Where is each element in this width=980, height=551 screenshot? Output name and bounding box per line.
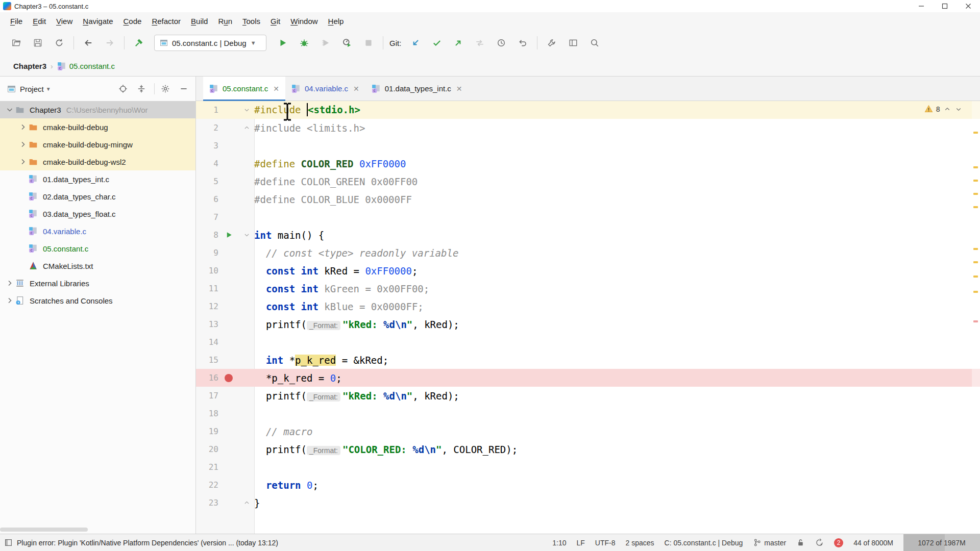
fold-marker-icon[interactable] [239, 107, 254, 113]
heap-indicator[interactable]: 44 of 8000M [853, 539, 893, 547]
line-ending[interactable]: LF [576, 539, 584, 547]
code-line-15[interactable]: 15 int *p_k_red = &kRed; [196, 351, 980, 369]
fold-marker-icon[interactable] [239, 232, 254, 238]
git-update-button[interactable] [406, 34, 425, 52]
build-button[interactable] [130, 34, 148, 52]
tree-item-cmake-build-debug-wsl2[interactable]: cmake-build-debug-wsl2 [0, 153, 195, 170]
menu-navigate[interactable]: Navigate [78, 14, 118, 28]
code-line-3[interactable]: 3 [196, 137, 980, 155]
menu-code[interactable]: Code [118, 14, 147, 28]
window-layout-button[interactable] [564, 34, 582, 52]
stripe-mark[interactable] [973, 276, 978, 278]
tab-01-data-types-int-c[interactable]: c 01.data_types_int.c ✕ [365, 77, 469, 101]
git-commit-button[interactable] [428, 34, 446, 52]
forward-button[interactable] [101, 34, 119, 52]
code-line-4[interactable]: 4#define COLOR_RED 0xFF0000 [196, 155, 980, 172]
menu-build[interactable]: Build [186, 14, 213, 28]
run-line-icon[interactable] [218, 231, 239, 239]
code-line-23[interactable]: 23} [196, 494, 980, 512]
panel-toggle-icon[interactable] [4, 538, 13, 547]
history-button[interactable] [492, 34, 510, 52]
menu-tools[interactable]: Tools [237, 14, 265, 28]
minimize-button[interactable] [910, 0, 933, 12]
code-line-12[interactable]: 12 const int kBlue = 0x0000FF; [196, 297, 980, 315]
code-line-10[interactable]: 10 const int kRed = 0xFF0000; [196, 262, 980, 280]
menu-refactor[interactable]: Refactor [146, 14, 186, 28]
code-line-1[interactable]: 1#include <stdio.h> [196, 101, 980, 119]
code-line-14[interactable]: 14 [196, 333, 980, 351]
chevron-down-icon[interactable]: ▼ [46, 86, 51, 92]
error-stripe-scrollbar[interactable] [972, 101, 980, 534]
chevron-right-icon[interactable] [4, 279, 15, 287]
stripe-mark[interactable] [973, 261, 978, 263]
code-line-21[interactable]: 21 [196, 458, 980, 476]
code-line-8[interactable]: 8int main() { [196, 226, 980, 244]
run-configuration-select[interactable]: 05.constant.c | Debug ▼ [154, 35, 266, 51]
code-line-7[interactable]: 7 [196, 208, 980, 226]
chevron-up-icon[interactable] [943, 106, 951, 112]
hide-panel-button[interactable] [176, 81, 191, 96]
menu-view[interactable]: View [51, 14, 78, 28]
breakpoint-icon[interactable] [218, 374, 239, 382]
tab-04-variable-c[interactable]: c 04.variable.c ✕ [285, 77, 365, 101]
menu-edit[interactable]: Edit [28, 14, 51, 28]
back-button[interactable] [79, 34, 97, 52]
tree-item-04-variable-c[interactable]: c04.variable.c [0, 222, 195, 240]
code-line-17[interactable]: 17 printf(_Format:"kRed: %d\n", kRed); [196, 387, 980, 405]
chevron-right-icon[interactable] [17, 123, 29, 131]
status-message[interactable]: Plugin error: Plugin 'Kotlin/Native Plat… [17, 539, 278, 547]
caret-position[interactable]: 1:10 [552, 539, 566, 547]
search-everywhere-button[interactable] [585, 34, 604, 52]
menu-help[interactable]: Help [323, 14, 349, 28]
tree-item-chapter3[interactable]: Chapter3C:\Users\bennyhuo\Wor [0, 101, 195, 118]
tree-item-cmake-build-debug[interactable]: cmake-build-debug [0, 118, 195, 136]
code-line-5[interactable]: 5#define COLOR_GREEN 0x00FF00 [196, 172, 980, 190]
code-line-22[interactable]: 22 return 0; [196, 476, 980, 494]
code-line-18[interactable]: 18 [196, 405, 980, 422]
tree-item-05-constant-c[interactable]: c05.constant.c [0, 240, 195, 257]
panel-settings-button[interactable] [158, 81, 173, 96]
menu-file[interactable]: File [5, 14, 28, 28]
menu-git[interactable]: Git [265, 14, 285, 28]
tree-item-02-data-types-char-c[interactable]: c02.data_types_char.c [0, 188, 195, 205]
fold-marker-icon[interactable] [239, 124, 254, 131]
run-button[interactable] [274, 34, 292, 52]
stripe-mark[interactable] [973, 132, 978, 134]
stripe-mark[interactable] [973, 291, 978, 293]
code-editor[interactable]: 1#include <stdio.h>2#include <limits.h>3… [196, 101, 980, 534]
code-line-20[interactable]: 20 printf(_Format:"COLOR_RED: %d\n", COL… [196, 440, 980, 458]
coverage-button[interactable] [316, 34, 335, 52]
indent-style[interactable]: 2 spaces [625, 539, 654, 547]
profiler-button[interactable] [338, 34, 356, 52]
close-icon[interactable]: ✕ [353, 85, 359, 93]
stripe-mark[interactable] [973, 193, 978, 195]
chevron-right-icon[interactable] [17, 158, 29, 166]
debug-button[interactable] [295, 34, 313, 52]
menu-window[interactable]: Window [285, 14, 323, 28]
sync-button[interactable] [50, 34, 68, 52]
stripe-mark[interactable] [973, 206, 978, 208]
tree-item-cmakelists-txt[interactable]: CMakeLists.txt [0, 257, 195, 274]
code-line-11[interactable]: 11 const int kGreen = 0x00FF00; [196, 280, 980, 297]
updates-icon[interactable] [815, 538, 824, 547]
save-button[interactable] [29, 34, 47, 52]
close-icon[interactable]: ✕ [456, 85, 462, 93]
tree-item-cmake-build-debug-mingw[interactable]: cmake-build-debug-mingw [0, 136, 195, 153]
code-line-19[interactable]: 19 // macro [196, 422, 980, 440]
chevron-right-icon[interactable] [17, 140, 29, 148]
close-button[interactable] [957, 0, 980, 12]
tab-05-constant-c[interactable]: c 05.constant.c ✕ [203, 77, 285, 101]
chevron-down-icon[interactable] [4, 106, 15, 114]
notification-badge[interactable]: 2 [834, 538, 843, 547]
open-button[interactable] [7, 34, 26, 52]
maximize-button[interactable] [933, 0, 957, 12]
stripe-mark[interactable] [973, 166, 978, 168]
stripe-mark[interactable] [973, 320, 978, 322]
stop-button[interactable] [359, 34, 378, 52]
file-encoding[interactable]: UTF-8 [595, 539, 616, 547]
tree-item-scratches-and-consoles[interactable]: Scratches and Consoles [0, 292, 195, 309]
collapse-all-button[interactable] [134, 81, 149, 96]
tree-item-01-data-types-int-c[interactable]: c01.data_types_int.c [0, 170, 195, 188]
lock-icon[interactable] [796, 538, 805, 547]
fold-marker-icon[interactable] [239, 499, 254, 506]
